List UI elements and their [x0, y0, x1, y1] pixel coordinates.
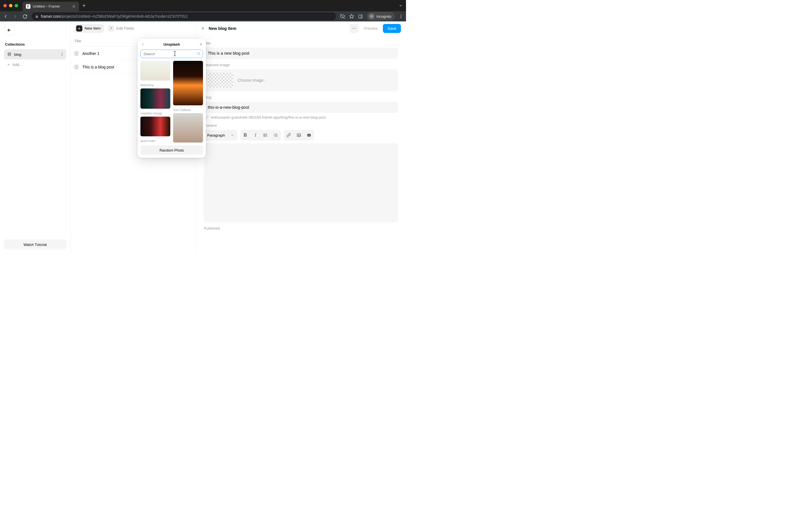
- nav-back-button[interactable]: [3, 14, 8, 19]
- edit-fields-icon: [108, 25, 114, 32]
- list-item-title: This is a blog post: [82, 65, 114, 69]
- tab-close-icon[interactable]: ✕: [72, 4, 75, 9]
- save-button[interactable]: Save: [383, 24, 401, 33]
- choose-image-label: Choose Image...: [238, 78, 267, 82]
- watch-tutorial-button[interactable]: Watch Tutorial: [4, 239, 66, 249]
- slug-field[interactable]: [204, 102, 398, 113]
- svg-point-5: [372, 16, 373, 17]
- close-panel-button[interactable]: ✕: [201, 26, 205, 31]
- svg-point-6: [401, 15, 402, 15]
- svg-rect-2: [359, 15, 362, 18]
- italic-button[interactable]: I: [250, 133, 260, 138]
- svg-point-11: [352, 28, 353, 29]
- browser-menu-icon[interactable]: [399, 14, 403, 18]
- svg-text:3: 3: [274, 135, 274, 137]
- unsplash-popover: Unsplash ✕ Mailchimp masahiro miyagi ayu…: [138, 39, 206, 158]
- eye-off-icon[interactable]: [340, 14, 345, 19]
- popover-back-button[interactable]: [141, 43, 145, 46]
- field-label-slug: Slug: [204, 95, 398, 100]
- framer-favicon: F: [26, 4, 31, 9]
- collection-name: blog: [14, 52, 21, 57]
- svg-rect-0: [36, 16, 38, 17]
- bullet-list-button[interactable]: [260, 133, 271, 137]
- photo-author: Tom Caillarec: [173, 108, 203, 112]
- field-label-content: Content: [204, 123, 398, 128]
- watch-tutorial-label: Watch Tutorial: [23, 242, 47, 247]
- back-button[interactable]: [4, 25, 15, 36]
- photo-author: masahiro miyagi: [140, 112, 170, 115]
- image-insert-button[interactable]: [294, 133, 304, 137]
- incognito-label: Incognito: [376, 14, 391, 18]
- incognito-mask-icon: [368, 13, 375, 19]
- edit-fields-button[interactable]: Edit Fields: [108, 25, 134, 32]
- popover-close-button[interactable]: ✕: [199, 42, 202, 47]
- chevron-down-icon: [231, 133, 234, 137]
- field-label-title: Title: [204, 41, 398, 45]
- photo-author: Mailchimp: [140, 83, 170, 87]
- unsplash-photo[interactable]: [140, 89, 170, 109]
- browser-tab[interactable]: F Untitled – Framer ✕: [22, 2, 79, 11]
- svg-point-13: [355, 28, 356, 29]
- link-insert-button[interactable]: [284, 133, 294, 137]
- window-minimize-dot[interactable]: [9, 4, 12, 7]
- macos-titlebar: F Untitled – Framer ✕ +: [0, 0, 406, 11]
- url-field[interactable]: framer.com/projects/Untitled--mZ98oDWaPJ…: [32, 12, 336, 20]
- svg-point-27: [298, 134, 299, 135]
- save-label: Save: [388, 26, 396, 31]
- database-icon: [7, 52, 11, 56]
- random-photo-label: Random Photo: [160, 148, 184, 152]
- block-type-label: Paragraph: [207, 133, 225, 137]
- incognito-indicator[interactable]: Incognito: [367, 12, 395, 20]
- field-label-featured: Featured Image: [204, 63, 398, 67]
- svg-marker-1: [350, 14, 354, 18]
- choose-image-button[interactable]: Choose Image...: [204, 69, 398, 91]
- svg-point-30: [197, 52, 200, 55]
- block-type-select[interactable]: Paragraph: [204, 133, 238, 137]
- random-photo-button[interactable]: Random Photo: [140, 145, 203, 155]
- numbered-list-button[interactable]: 123: [271, 133, 281, 137]
- plus-box-icon: +: [76, 25, 82, 32]
- panel-icon[interactable]: [358, 14, 363, 19]
- document-icon: [74, 51, 79, 56]
- collections-heading: Collections: [0, 38, 70, 49]
- popover-title: Unsplash: [163, 42, 180, 47]
- bookmark-star-icon[interactable]: [349, 14, 354, 19]
- reload-button[interactable]: [22, 14, 28, 19]
- svg-point-12: [354, 28, 355, 29]
- edit-fields-label: Edit Fields: [116, 26, 134, 31]
- new-tab-button[interactable]: +: [82, 3, 86, 9]
- detail-panel: ✕ New blog Item Preview Save Title Featu…: [196, 21, 406, 253]
- unsplash-photo[interactable]: [173, 61, 203, 105]
- content-editor[interactable]: [204, 144, 398, 222]
- image-placeholder-icon: [208, 73, 233, 88]
- list-item-title: Another 1: [82, 51, 100, 56]
- add-collection-button[interactable]: + Add...: [4, 60, 66, 69]
- unsplash-photo[interactable]: [173, 113, 203, 143]
- svg-point-8: [401, 17, 402, 18]
- bold-button[interactable]: B: [240, 133, 250, 138]
- new-item-button[interactable]: + New Item: [74, 24, 104, 33]
- svg-point-14: [264, 134, 264, 134]
- url-domain: framer.com: [41, 14, 61, 18]
- svg-point-7: [401, 16, 402, 17]
- title-field[interactable]: [204, 48, 398, 59]
- video-insert-button[interactable]: [304, 133, 314, 137]
- lock-icon: [35, 15, 39, 18]
- window-zoom-dot[interactable]: [15, 4, 18, 7]
- plus-icon: +: [7, 62, 10, 67]
- tabs-overflow-icon[interactable]: [399, 4, 403, 8]
- nav-forward-button[interactable]: [12, 14, 18, 19]
- unsplash-search-input[interactable]: [140, 50, 203, 58]
- unsplash-photo[interactable]: [140, 61, 170, 80]
- tab-title: Untitled – Framer: [33, 4, 60, 8]
- unsplash-photo[interactable]: [140, 117, 170, 136]
- sidebar-item-blog[interactable]: blog 2: [4, 49, 66, 59]
- browser-addressbar: framer.com/projects/Untitled--mZ98oDWaPJ…: [0, 11, 406, 21]
- content-toolbar: Paragraph B I 123: [204, 130, 398, 140]
- panel-title: New blog Item: [209, 26, 236, 31]
- more-options-button[interactable]: [350, 24, 359, 33]
- search-icon: [197, 52, 201, 56]
- window-close-dot[interactable]: [3, 4, 7, 7]
- preview-button[interactable]: Preview: [361, 26, 380, 31]
- svg-line-31: [199, 54, 200, 55]
